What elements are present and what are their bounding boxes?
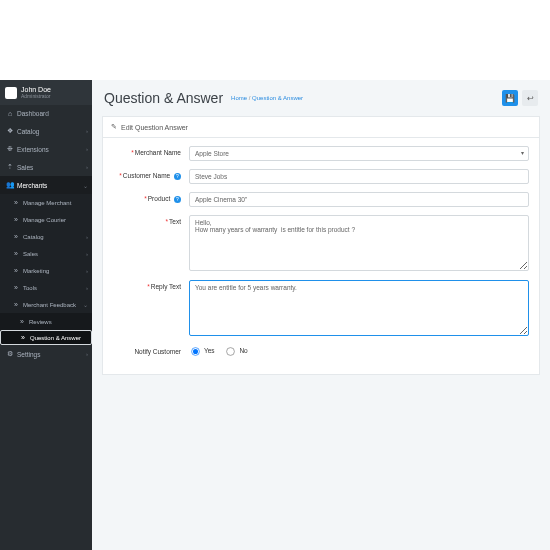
nav-settings[interactable]: ⚙Settings› [0, 345, 92, 363]
chevron-right-icon: › [86, 285, 88, 291]
edit-panel: ✎ Edit Question Answer *Merchant Name Ap… [102, 116, 540, 375]
chevron-right-icon: › [86, 164, 88, 170]
bullet-icon: » [12, 216, 20, 223]
nav-dashboard[interactable]: ⌂Dashboard [0, 105, 92, 122]
text-label: *Text [113, 215, 189, 225]
avatar [5, 87, 17, 99]
notify-no[interactable]: No [224, 347, 247, 354]
nav-extensions[interactable]: ❉Extensions› [0, 140, 92, 158]
nav-sales[interactable]: ⇡Sales› [0, 158, 92, 176]
customer-input[interactable] [189, 169, 529, 184]
chevron-down-icon: ⌄ [83, 301, 88, 308]
cart-icon: ⇡ [6, 163, 14, 171]
nav-m-catalog[interactable]: »Catalog› [0, 228, 92, 245]
nav-catalog[interactable]: ❖Catalog› [0, 122, 92, 140]
main-content: Question & Answer Home / Question & Answ… [92, 80, 550, 550]
pencil-icon: ✎ [111, 123, 117, 131]
merchant-label: *Merchant Name [113, 146, 189, 156]
bullet-icon: » [12, 267, 20, 274]
notify-yes[interactable]: Yes [189, 347, 215, 354]
bullet-icon: » [18, 318, 26, 325]
chevron-right-icon: › [86, 146, 88, 152]
nav-marketing[interactable]: »Marketing› [0, 262, 92, 279]
nav-manage-courier[interactable]: »Manage Courier [0, 211, 92, 228]
chevron-down-icon: ⌄ [83, 182, 88, 189]
help-icon[interactable]: ? [174, 173, 181, 180]
save-icon: 💾 [505, 94, 515, 103]
customer-label: *Customer Name ? [113, 169, 189, 180]
page-header: Question & Answer Home / Question & Answ… [92, 80, 550, 112]
puzzle-icon: ❉ [6, 145, 14, 153]
user-block: John Doe Administrator [0, 80, 92, 105]
product-label: *Product ? [113, 192, 189, 203]
sidebar: John Doe Administrator ⌂Dashboard ❖Catal… [0, 80, 92, 550]
nav-question-answer[interactable]: »Question & Answer [0, 330, 92, 345]
panel-header: ✎ Edit Question Answer [103, 117, 539, 138]
chevron-right-icon: › [86, 351, 88, 357]
bullet-icon: » [19, 334, 27, 341]
bullet-icon: » [12, 301, 20, 308]
user-role: Administrator [21, 93, 51, 99]
chevron-right-icon: › [86, 128, 88, 134]
nav-m-sales[interactable]: »Sales› [0, 245, 92, 262]
dashboard-icon: ⌂ [6, 110, 14, 117]
back-button[interactable]: ↩ [522, 90, 538, 106]
form: *Merchant Name Apple Store *Customer Nam… [103, 138, 539, 374]
merchant-select[interactable]: Apple Store [189, 146, 529, 161]
user-name: John Doe [21, 86, 51, 93]
panel-title: Edit Question Answer [121, 124, 188, 131]
reply-icon: ↩ [527, 94, 534, 103]
bullet-icon: » [12, 250, 20, 257]
reply-label: *Reply Text [113, 280, 189, 290]
tag-icon: ❖ [6, 127, 14, 135]
nav-merchants[interactable]: 👥Merchants⌄ [0, 176, 92, 194]
help-icon[interactable]: ? [174, 196, 181, 203]
nav-merchant-feedback[interactable]: »Merchant Feedback⌄ [0, 296, 92, 313]
text-textarea[interactable]: Hello, How many years of warranty is ent… [189, 215, 529, 271]
page-title: Question & Answer [104, 90, 223, 106]
nav-manage-merchant[interactable]: »Manage Merchant [0, 194, 92, 211]
bullet-icon: » [12, 284, 20, 291]
chevron-right-icon: › [86, 251, 88, 257]
nav-reviews[interactable]: »Reviews [0, 313, 92, 330]
reply-textarea[interactable]: You are entitle for 5 years warranty. [189, 280, 529, 336]
breadcrumb-current[interactable]: Question & Answer [252, 95, 303, 101]
bullet-icon: » [12, 233, 20, 240]
nav-tools[interactable]: »Tools› [0, 279, 92, 296]
users-icon: 👥 [6, 181, 14, 189]
notify-label: Notify Customer [113, 345, 189, 355]
product-input[interactable] [189, 192, 529, 207]
gear-icon: ⚙ [6, 350, 14, 358]
chevron-right-icon: › [86, 234, 88, 240]
chevron-right-icon: › [86, 268, 88, 274]
breadcrumb-home[interactable]: Home [231, 95, 247, 101]
bullet-icon: » [12, 199, 20, 206]
save-button[interactable]: 💾 [502, 90, 518, 106]
breadcrumb: Home / Question & Answer [231, 95, 303, 101]
